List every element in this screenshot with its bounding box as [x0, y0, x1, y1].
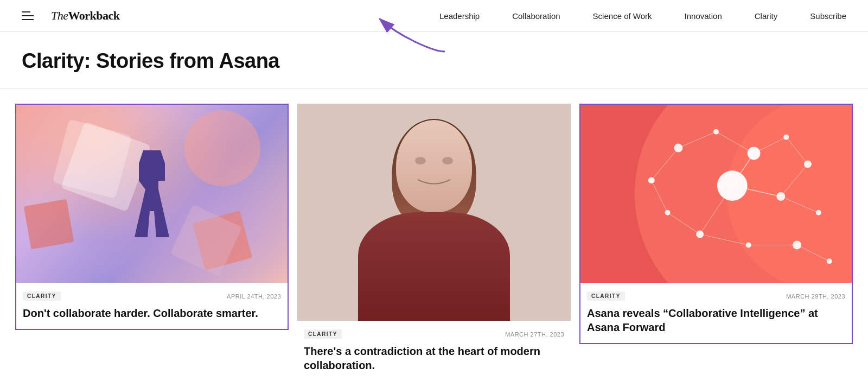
svg-line-35 [668, 213, 700, 234]
svg-point-5 [415, 157, 426, 164]
svg-point-7 [727, 105, 852, 283]
card-1[interactable]: CLARITY APRIL 24TH, 2023 Don't collabora… [15, 104, 289, 381]
svg-rect-2 [24, 199, 74, 250]
person-head [396, 120, 472, 212]
nav-link-collaboration[interactable]: Collaboration [512, 11, 560, 21]
navbar: TheWorkback Leadership Collaboration Sci… [0, 0, 868, 32]
site-logo[interactable]: TheWorkback [51, 9, 120, 23]
nav-link-science-of-work[interactable]: Science of Work [593, 11, 652, 21]
card-1-date: APRIL 24TH, 2023 [227, 293, 281, 300]
person-body [358, 212, 510, 321]
face-features [401, 142, 467, 196]
card-2-image [297, 104, 571, 321]
svg-line-22 [678, 132, 716, 148]
card-2-date: MARCH 27TH, 2023 [505, 331, 564, 338]
card-2-text: CLARITY MARCH 27TH, 2023 There's a contr… [297, 321, 571, 381]
nav-links: Leadership Collaboration Science of Work… [439, 11, 777, 21]
cards-section: CLARITY APRIL 24TH, 2023 Don't collabora… [0, 88, 868, 381]
card-2-headline: There's a contradiction at the heart of … [304, 344, 564, 372]
card-2-tag: CLARITY [304, 329, 342, 339]
svg-point-9 [713, 129, 719, 135]
card-3-tag: CLARITY [587, 291, 625, 301]
page-title-section: Clarity: Stories from Asana [0, 32, 868, 88]
svg-rect-1 [53, 119, 132, 199]
card-1-tag: CLARITY [23, 291, 61, 301]
card-2[interactable]: CLARITY MARCH 27TH, 2023 There's a contr… [297, 104, 571, 381]
nav-link-innovation[interactable]: Innovation [685, 11, 722, 21]
svg-point-20 [827, 258, 832, 264]
card-3-date: MARCH 29TH, 2023 [786, 293, 845, 300]
card-3-meta: CLARITY MARCH 29TH, 2023 [587, 291, 845, 301]
card-3[interactable]: CLARITY MARCH 29TH, 2023 Asana reveals “… [579, 104, 853, 381]
card-3-image [579, 104, 853, 283]
svg-point-3 [184, 110, 260, 186]
card-1-meta: CLARITY APRIL 24TH, 2023 [23, 291, 281, 301]
svg-point-12 [804, 160, 812, 168]
menu-icon[interactable] [22, 11, 34, 20]
card-2-meta: CLARITY MARCH 27TH, 2023 [304, 329, 564, 339]
svg-line-29 [700, 186, 732, 234]
card1-svg [16, 105, 288, 283]
cards-grid: CLARITY APRIL 24TH, 2023 Don't collabora… [15, 104, 853, 381]
card-3-text: CLARITY MARCH 29TH, 2023 Asana reveals “… [579, 283, 853, 344]
svg-point-6 [442, 157, 453, 164]
network-svg [580, 105, 852, 283]
page-title: Clarity: Stories from Asana [22, 49, 846, 73]
card-3-headline: Asana reveals “Collaborative Intelligenc… [587, 306, 845, 334]
card-1-headline: Don't collaborate harder. Collaborate sm… [23, 306, 281, 320]
svg-line-34 [652, 180, 668, 213]
nav-link-clarity[interactable]: Clarity [755, 11, 778, 21]
nav-link-leadership[interactable]: Leadership [439, 11, 480, 21]
svg-rect-4 [170, 205, 242, 277]
nav-subscribe-link[interactable]: Subscribe [810, 11, 846, 21]
svg-line-33 [652, 148, 679, 181]
card-1-text: CLARITY APRIL 24TH, 2023 Don't collabora… [15, 283, 289, 330]
card-1-image [15, 104, 289, 283]
